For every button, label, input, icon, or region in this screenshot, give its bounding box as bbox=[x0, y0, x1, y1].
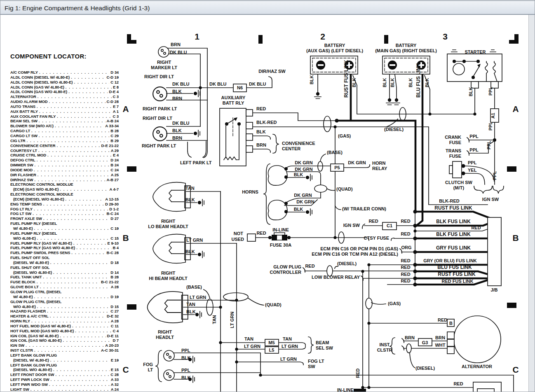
label-right: RIGHT bbox=[157, 60, 171, 65]
label-red: RED bbox=[401, 278, 410, 283]
label-b: B bbox=[512, 233, 519, 243]
label-blk: BLK bbox=[256, 129, 266, 134]
label-brn: BRN bbox=[171, 42, 181, 47]
label-lt-grn: LT GRN bbox=[186, 238, 203, 243]
label-base: (BASE) bbox=[186, 285, 202, 289]
label-c: C bbox=[512, 365, 519, 374]
label-j-b: J/B bbox=[490, 287, 497, 292]
label-wht: WHT bbox=[435, 343, 445, 348]
label-dk-blu: DK BLU bbox=[209, 82, 227, 86]
label-lt-grn: LT GRN bbox=[244, 344, 260, 349]
label-blk: BLK bbox=[294, 172, 303, 177]
label-g3: G3 bbox=[422, 340, 428, 345]
label-dk-blu: DK BLU bbox=[172, 121, 190, 126]
clutch-switch bbox=[449, 161, 465, 178]
label-quad: (QUAD) bbox=[265, 302, 282, 307]
label-blk: BLK bbox=[185, 197, 195, 202]
label-red: RED bbox=[256, 106, 266, 111]
label-sel-sw: SEL SW bbox=[316, 345, 333, 350]
label-3: 3 bbox=[443, 32, 448, 41]
label-blk: BLK bbox=[352, 78, 357, 87]
label-batt-rly: BATT RLY bbox=[223, 100, 244, 105]
label-org: ORG bbox=[401, 245, 411, 250]
label-ppl: PPL bbox=[468, 160, 477, 165]
label-blk: BLK bbox=[172, 89, 182, 94]
label-red: RED bbox=[401, 231, 410, 236]
battery-main bbox=[382, 56, 430, 74]
label-2: 2 bbox=[320, 32, 325, 41]
label-m5: M5 bbox=[268, 340, 275, 345]
label-red: RED bbox=[256, 231, 266, 236]
label-relay: RELAY bbox=[372, 166, 387, 171]
inline-fuse-bottom bbox=[354, 389, 366, 392]
label-lt: LT bbox=[148, 367, 153, 372]
label-glow-plug: GLOW PLUG bbox=[273, 264, 301, 269]
label-brn: BRN bbox=[405, 335, 415, 340]
label-red-fus-link: RED FUS LINK bbox=[442, 279, 474, 284]
label-center: CENTER bbox=[282, 146, 300, 151]
inline-fuse-symbol bbox=[268, 233, 291, 240]
label-lt-grn: LT GRN bbox=[282, 344, 298, 349]
label-blk: BLK bbox=[172, 128, 182, 133]
label-clstr: CLSTR bbox=[377, 348, 392, 352]
label-ppl: PPL bbox=[181, 368, 190, 373]
right-park-light-bulb bbox=[153, 87, 167, 101]
label-ppl: PPL bbox=[488, 86, 493, 96]
label-in-line: IN-LINE bbox=[272, 227, 289, 232]
label-red: RED bbox=[401, 272, 410, 277]
label-p5: P5 bbox=[334, 165, 340, 170]
label-ppl: PPL bbox=[492, 171, 497, 180]
label-blk: BLK bbox=[425, 78, 429, 87]
label-b: B bbox=[449, 321, 453, 326]
wiring-diagram: 123ABCABCBRNDK BLURIGHTMARKER LTRIGHT DI… bbox=[0, 0, 535, 392]
label-red: RED bbox=[438, 317, 447, 322]
label-red: RED bbox=[401, 265, 410, 270]
label-ppl: PPL bbox=[469, 147, 479, 152]
label-tan: TAN bbox=[283, 336, 292, 341]
label-c: C bbox=[122, 365, 129, 374]
label-used: USED bbox=[231, 237, 244, 242]
label-diesel: (DIESEL) bbox=[337, 261, 357, 266]
label-ctsy-fuse: CTSY FUSE bbox=[364, 236, 389, 240]
label-l5: L5 bbox=[269, 348, 275, 352]
label-dir-haz-sw: DIR/HAZ SW bbox=[258, 69, 286, 74]
label-dk-blu: DK BLU bbox=[172, 82, 190, 86]
label-blk: BLK bbox=[408, 78, 413, 87]
label-ign-sw: IGN SW bbox=[343, 223, 360, 228]
label-blk: BLK bbox=[294, 207, 303, 212]
label-horn: HORN bbox=[372, 161, 385, 166]
right-lo-beam-headlamp bbox=[153, 182, 190, 212]
label-gas: (GAS) bbox=[338, 133, 351, 138]
label-blu-fus-link: BLU FUS LINK bbox=[437, 264, 472, 270]
label-trans: TRANS bbox=[446, 148, 461, 153]
label-dk-blu: DK BLU bbox=[249, 82, 266, 86]
label-auxiliary: AUXILIARY bbox=[221, 95, 246, 100]
label-brn: BRN bbox=[172, 135, 182, 140]
label-dk-grn: DK GRN bbox=[295, 160, 312, 165]
label-red: RED bbox=[355, 369, 360, 378]
label-lt-grn: LT GRN bbox=[230, 312, 235, 328]
figure-viewer-window: Fig 1: Engine Compartment & Headlights (… bbox=[0, 0, 535, 392]
horns bbox=[268, 166, 288, 220]
label-lt-grn: LT GRN bbox=[280, 357, 297, 362]
label-crank: CRANK bbox=[445, 135, 461, 140]
label-rust-fus-link: RUST FUS LINK bbox=[343, 60, 349, 98]
label-inst: INST bbox=[379, 342, 390, 347]
label-red: RED bbox=[471, 225, 481, 230]
label-tan: TAN bbox=[244, 336, 253, 341]
label-rust-fus-link: RUST FUS LINK bbox=[434, 205, 472, 211]
label-a: A bbox=[512, 104, 519, 114]
label-ppl: PPL bbox=[486, 140, 491, 149]
label-blk: BLK bbox=[181, 355, 191, 360]
label-blk-red: BLK-RED bbox=[439, 198, 460, 203]
label-1: 1 bbox=[195, 32, 199, 41]
label-blk: BLK bbox=[309, 75, 314, 84]
label-beam: BEAM bbox=[316, 340, 329, 345]
label-fog: FOG bbox=[143, 362, 153, 367]
label-fog-lt: FOG LT bbox=[308, 359, 324, 364]
label-convenience: CONVENIENCE bbox=[282, 141, 315, 146]
label-horns: HORNS bbox=[242, 189, 258, 194]
label-n6: N6 bbox=[237, 85, 243, 90]
label-not: NOT bbox=[234, 231, 244, 236]
label-blk: BLK bbox=[186, 309, 196, 314]
